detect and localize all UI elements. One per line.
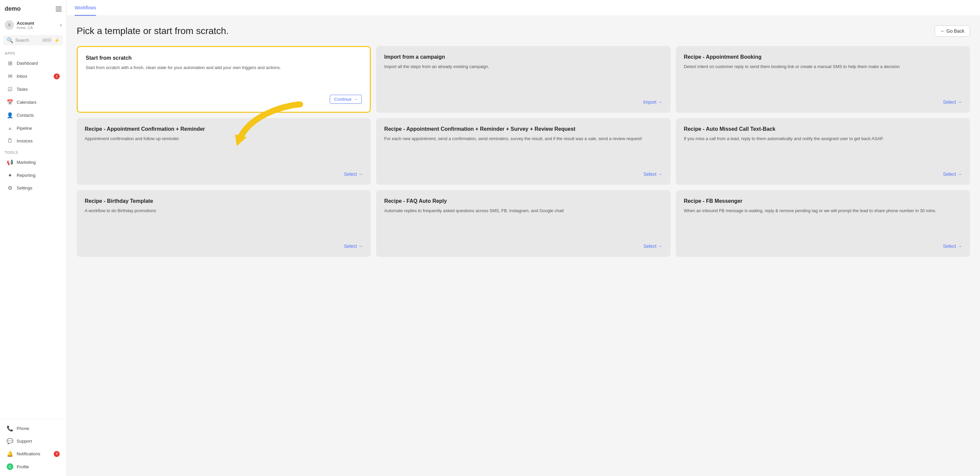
card-description: For each new appointment, send a confirm…: [384, 135, 662, 166]
sidebar-item-dashboard[interactable]: ⊞ Dashboard: [2, 57, 64, 69]
card-action: Select →: [85, 172, 363, 177]
page-title: Pick a template or start from scratch.: [77, 26, 229, 37]
select-link[interactable]: Select →: [644, 244, 663, 249]
lightning-icon: ⚡: [54, 38, 60, 43]
apps-section-label: Apps: [0, 48, 66, 57]
sidebar-header: demo: [0, 0, 66, 18]
template-card-birthday[interactable]: Recipe - Birthday Template A workflow to…: [77, 190, 371, 257]
template-grid: Start from scratch Start from scratch wi…: [77, 46, 970, 257]
reporting-icon: ●: [7, 172, 13, 178]
sidebar-item-reporting[interactable]: ● Reporting: [2, 169, 64, 181]
settings-icon: ⚙: [7, 185, 13, 191]
template-card-faq-auto-reply[interactable]: Recipe - FAQ Auto Reply Automate replies…: [376, 190, 670, 257]
card-description: When an inbound FB message is waiting, r…: [684, 207, 962, 238]
template-card-fb-messenger[interactable]: Recipe - FB Messenger When an inbound FB…: [676, 190, 970, 257]
sidebar-item-label: Tasks: [17, 87, 28, 92]
card-title: Recipe - Appointment Confirmation + Remi…: [85, 126, 363, 132]
card-action: Select →: [684, 99, 962, 105]
template-card-appointment-booking[interactable]: Recipe - Appointment Booking Detect inte…: [676, 46, 970, 113]
card-action: Select →: [684, 172, 962, 177]
select-link[interactable]: Select →: [943, 244, 962, 249]
search-bar[interactable]: 🔍 Search ctrl K ⚡: [3, 35, 63, 45]
card-title: Import from a campaign: [384, 54, 662, 60]
sidebar-item-phone[interactable]: 📞 Phone: [2, 422, 64, 435]
template-card-start-from-scratch[interactable]: Start from scratch Start from scratch wi…: [77, 46, 371, 113]
card-title: Recipe - Appointment Confirmation + Remi…: [384, 126, 662, 132]
sidebar-item-label: Calendars: [17, 100, 37, 105]
select-link[interactable]: Select →: [644, 172, 663, 177]
sidebar-item-label: Dashboard: [17, 61, 38, 66]
card-action: Select →: [384, 244, 662, 249]
marketing-icon: 📢: [7, 159, 13, 166]
continue-button[interactable]: Continue →: [330, 95, 362, 104]
card-description: If you miss a call from a lead, reply to…: [684, 135, 962, 166]
sidebar-item-contacts[interactable]: 👤 Contacts: [2, 109, 64, 121]
template-grid-wrapper: Start from scratch Start from scratch wi…: [77, 46, 970, 257]
sidebar-item-label: Notifications: [17, 451, 40, 456]
sidebar-item-pipeline[interactable]: ⟁ Pipeline: [2, 122, 64, 134]
sidebar-item-marketing[interactable]: 📢 Marketing: [2, 156, 64, 169]
sidebar-item-invoices[interactable]: 🗒 Invoices: [2, 135, 64, 147]
card-action: Import →: [384, 99, 662, 105]
sidebar: demo A Account Irvine, CA ▾ 🔍 Search ctr…: [0, 0, 67, 476]
card-description: Appointment confirmation and follow up r…: [85, 135, 363, 166]
invoices-icon: 🗒: [7, 138, 13, 144]
sidebar-item-notifications[interactable]: 🔔 Notifications 4: [2, 447, 64, 460]
card-description: Detect intent on customer reply to send …: [684, 64, 962, 94]
inbox-badge: 1: [54, 73, 60, 80]
sidebar-item-calendars[interactable]: 📅 Calendars: [2, 96, 64, 108]
card-action: Select →: [684, 244, 962, 249]
notifications-icon: 🔔: [7, 451, 13, 457]
contacts-icon: 👤: [7, 112, 13, 118]
sidebar-item-inbox[interactable]: ✉ Inbox 1: [2, 70, 64, 83]
account-name: Account: [17, 21, 57, 26]
card-description: Start from scratch with a fresh, clean s…: [86, 64, 362, 89]
sidebar-item-label: Support: [17, 439, 32, 444]
sidebar-item-label: Contacts: [17, 113, 34, 118]
card-action: Select →: [85, 244, 363, 249]
sidebar-item-support[interactable]: 💬 Support: [2, 435, 64, 447]
card-action: Select →: [384, 172, 662, 177]
search-shortcut: ctrl K: [42, 38, 52, 42]
notifications-badge: 4: [54, 451, 60, 457]
search-icon: 🔍: [7, 37, 13, 43]
tab-workflows[interactable]: Workflows: [75, 0, 96, 16]
card-title: Recipe - Auto Missed Call Text-Back: [684, 126, 962, 132]
template-card-import-campaign[interactable]: Import from a campaign Import all the st…: [376, 46, 670, 113]
sidebar-item-tasks[interactable]: ☑ Tasks: [2, 83, 64, 96]
sidebar-item-label: Marketing: [17, 160, 36, 165]
sidebar-item-settings[interactable]: ⚙ Settings: [2, 182, 64, 194]
sidebar-item-profile[interactable]: G Profile: [2, 460, 64, 473]
back-button[interactable]: ← Go Back: [935, 25, 970, 37]
tasks-icon: ☑: [7, 86, 13, 92]
sidebar-item-label: Profile: [17, 464, 29, 469]
profile-icon: G: [7, 463, 13, 470]
inbox-icon: ✉: [7, 73, 13, 80]
template-card-appt-confirmation-survey[interactable]: Recipe - Appointment Confirmation + Remi…: [376, 118, 670, 185]
hamburger-icon[interactable]: [56, 7, 62, 11]
account-section[interactable]: A Account Irvine, CA ▾: [0, 18, 66, 32]
phone-icon: 📞: [7, 425, 13, 431]
search-label: Search: [15, 38, 40, 43]
sidebar-item-label: Pipeline: [17, 126, 32, 131]
sidebar-item-label: Settings: [17, 185, 32, 191]
select-link[interactable]: Select →: [943, 172, 962, 177]
tools-section-label: Tools: [0, 147, 66, 156]
select-link[interactable]: Select →: [344, 244, 363, 249]
select-link[interactable]: Select →: [943, 99, 962, 105]
card-description: Automate replies to frequently asked que…: [384, 207, 662, 238]
card-title: Recipe - Birthday Template: [85, 198, 363, 204]
select-link[interactable]: Select →: [344, 172, 363, 177]
template-card-auto-missed-call[interactable]: Recipe - Auto Missed Call Text-Back If y…: [676, 118, 970, 185]
card-title: Recipe - Appointment Booking: [684, 54, 962, 60]
page-header: Pick a template or start from scratch. ←…: [77, 25, 970, 37]
pipeline-icon: ⟁: [7, 125, 13, 131]
top-bar: Workflows: [67, 0, 980, 16]
sidebar-item-label: Invoices: [17, 139, 33, 143]
account-location: Irvine, CA: [17, 26, 57, 30]
chevron-down-icon: ▾: [60, 23, 62, 27]
template-card-appt-confirmation-reminder[interactable]: Recipe - Appointment Confirmation + Remi…: [77, 118, 371, 185]
import-link[interactable]: Import →: [643, 99, 663, 105]
sidebar-item-label: Inbox: [17, 74, 27, 79]
main-content: Workflows Pick a template or start from …: [67, 0, 980, 476]
